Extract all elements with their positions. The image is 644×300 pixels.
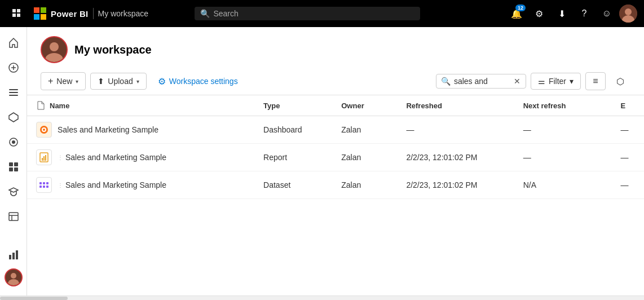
nav-divider [93,8,94,19]
help-button[interactable]: ? [574,3,594,24]
microsoft-logo [34,7,46,20]
workspace-settings-button[interactable]: ⚙ Workspace settings [151,73,245,90]
product-name: Power BI [51,9,89,19]
sidebar-item-monitoring[interactable] [2,131,25,153]
feedback-button[interactable]: ☺ [597,3,617,24]
cell-refreshed: — [397,116,514,144]
clear-search-button[interactable]: ✕ [514,77,521,85]
svg-rect-24 [16,250,18,259]
user-avatar-nav[interactable] [619,5,637,23]
svg-rect-19 [9,213,18,220]
filter-chevron-icon: ▾ [570,77,574,86]
settings-label: Workspace settings [169,77,238,86]
col-header-type: Type [254,95,332,116]
col-header-e: E [611,95,644,116]
svg-rect-23 [12,253,15,259]
new-button[interactable]: + New ▾ [41,72,86,90]
cell-next-refresh: — [514,116,612,144]
sidebar [0,27,27,295]
metrics-icon [8,249,19,261]
workspace-header: My workspace [27,27,644,68]
sidebar-item-browse[interactable] [2,81,25,104]
notifications-button[interactable]: 🔔 12 [506,3,527,24]
col-header-refreshed: Refreshed [397,95,514,116]
svg-rect-18 [14,167,18,171]
table-row[interactable]: Sales and Marketing Sample Dashboard Zal… [27,116,644,144]
list-view-button[interactable]: ≡ [585,72,606,90]
filter-icon: ⚌ [538,77,545,86]
sidebar-item-home[interactable] [2,32,25,54]
main-layout: My workspace + New ▾ ⬆ Upload ▾ ⚙ Worksp… [0,27,644,295]
svg-point-14 [12,140,15,144]
sidebar-item-metrics[interactable] [2,244,25,266]
scrollbar-thumb[interactable] [0,297,68,300]
apps-icon [8,161,19,173]
filter-label: Filter [549,77,566,86]
settings-button[interactable]: ⚙ [529,3,549,24]
datahub-icon [8,112,19,123]
monitoring-icon [8,136,19,148]
filter-search-input[interactable] [454,77,510,86]
browse-icon [8,87,19,98]
global-search-input[interactable] [213,9,414,18]
new-chevron-icon: ▾ [76,78,78,85]
workspace-title: My workspace [74,43,152,56]
svg-rect-42 [43,186,45,188]
cell-owner: Zalan [332,171,397,199]
gear-settings-icon: ⚙ [158,76,166,87]
col-header-owner: Owner [332,95,397,116]
grid-icon [12,8,22,19]
cell-type: Dashboard [254,116,332,144]
download-button[interactable]: ⬇ [552,3,572,24]
item-name: Sales and Marketing Sample [65,180,166,189]
create-icon [8,62,19,73]
upload-button[interactable]: ⬆ Upload ▾ [90,73,146,90]
report-icon [36,149,52,165]
sidebar-item-datahub[interactable] [2,106,25,129]
global-search-bar[interactable]: 🔍 [195,7,420,20]
svg-rect-16 [14,162,18,166]
svg-point-26 [11,273,16,279]
svg-rect-35 [42,158,43,161]
workspace-avatar [41,36,68,63]
table-row[interactable]: ⋮ Sales and Marketing Sample Report Zala… [27,144,644,171]
question-icon: ? [582,8,587,19]
grid-menu-button[interactable] [7,3,27,24]
face-icon: ☺ [602,8,611,19]
horizontal-scrollbar[interactable] [0,295,644,300]
sidebar-user-avatar[interactable] [5,268,23,286]
download-icon: ⬇ [558,8,566,19]
svg-rect-22 [9,255,11,259]
cell-name: ⋮ Sales and Marketing Sample [27,171,254,199]
cell-e: — [611,116,644,144]
table-row[interactable]: ⋮ Sales and Marketing Sample Dataset Zal… [27,171,644,199]
cell-owner: Zalan [332,116,397,144]
cell-owner: Zalan [332,144,397,171]
workspaces-icon [8,211,19,222]
name-col-label: Name [50,102,69,110]
filter-search-box[interactable]: 🔍 ✕ [436,74,526,89]
cell-e: — [611,171,644,199]
sidebar-item-apps[interactable] [2,156,25,178]
table-header-row: Name Type Owner Refreshed Next refresh E [27,95,644,116]
svg-rect-15 [9,162,13,166]
cell-type: Report [254,144,332,171]
svg-rect-39 [43,182,45,184]
cell-name: Sales and Marketing Sample [27,116,254,144]
lineage-button[interactable]: ⬡ [610,72,630,90]
svg-point-29 [50,42,59,51]
sidebar-item-learn[interactable] [2,180,25,203]
sidebar-item-create[interactable] [2,56,25,79]
filter-button[interactable]: ⚌ Filter ▾ [531,73,581,90]
list-view-icon: ≡ [593,76,598,86]
svg-rect-38 [39,182,42,184]
top-nav: Power BI My workspace 🔍 🔔 12 ⚙ ⬇ ? ☺ [0,0,644,27]
svg-rect-12 [9,95,18,96]
current-workspace: My workspace [98,9,148,18]
svg-rect-36 [43,156,45,161]
svg-rect-40 [46,182,48,184]
search-icon: 🔍 [200,9,210,18]
svg-rect-41 [39,186,42,188]
svg-rect-17 [9,167,13,171]
sidebar-item-workspaces[interactable] [2,205,25,228]
